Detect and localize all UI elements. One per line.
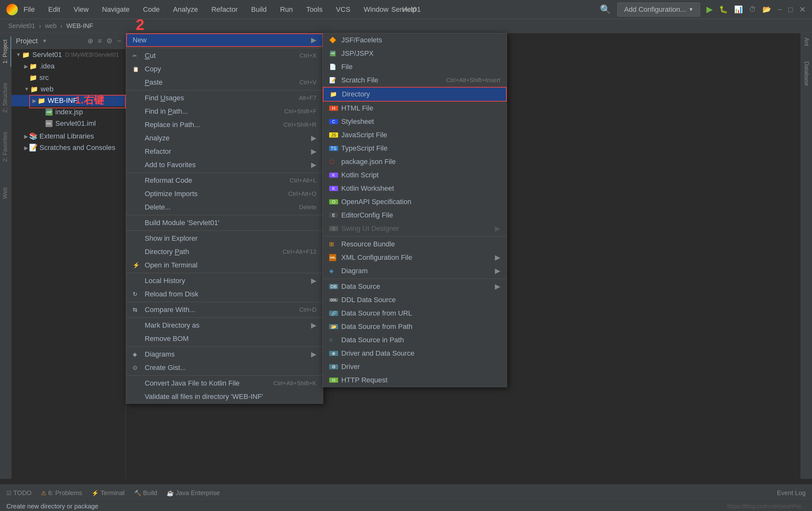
submenu-stylesheet[interactable]: C Stylesheet xyxy=(323,115,507,128)
menu-item-cut[interactable]: ✂ Cut Ctrl+X xyxy=(126,49,323,62)
breadcrumb-item-servlet01[interactable]: Servlet01 xyxy=(8,22,35,30)
submenu-kotlin-worksheet[interactable]: K Kotlin Worksheet xyxy=(323,182,507,195)
menu-item-find-usages[interactable]: Find Usages Alt+F7 xyxy=(126,91,323,105)
tree-root[interactable]: ▼ 📁 Servlet01 D:\MyWEB\Servlet01 xyxy=(11,49,126,60)
event-log-tab[interactable]: Event Log xyxy=(777,489,806,497)
tab-structure[interactable]: Z: Structure xyxy=(0,80,11,116)
tree-scratches[interactable]: ▶ 📝 Scratches and Consoles xyxy=(11,142,126,154)
menu-window[interactable]: Window xyxy=(361,4,390,15)
menu-item-add-favorites[interactable]: Add to Favorites ▶ xyxy=(126,158,323,171)
submenu-ds-in-path[interactable]: ≡ Data Source in Path xyxy=(323,333,507,347)
submenu-driver[interactable]: ⚙ Driver xyxy=(323,360,507,373)
submenu-xml-config[interactable]: XML XML Configuration File ▶ xyxy=(323,251,507,264)
run-button[interactable]: ▶ xyxy=(706,4,713,14)
menu-item-copy[interactable]: 📋 Copy xyxy=(126,62,323,76)
tab-favorites[interactable]: 2: Favorites xyxy=(0,129,11,165)
menu-item-diagrams[interactable]: ◈ Diagrams ▶ xyxy=(126,348,323,361)
tree-external-libs[interactable]: ▶ 📚 External Libraries xyxy=(11,131,126,142)
menu-analyze[interactable]: Analyze xyxy=(171,4,200,15)
menu-item-reload[interactable]: ↻ Reload from Disk xyxy=(126,288,323,301)
tree-src[interactable]: 📁 src xyxy=(11,72,126,83)
minimize-button[interactable]: − xyxy=(777,5,782,14)
build-tab[interactable]: 🔨 Build xyxy=(134,489,157,497)
submenu-ds-from-url[interactable]: 🔗 Data Source from URL xyxy=(323,306,507,320)
submenu-ds-from-path[interactable]: 📂 Data Source from Path xyxy=(323,320,507,333)
add-configuration-button[interactable]: Add Configuration... ▼ xyxy=(617,3,700,17)
menu-item-refactor[interactable]: Refactor ▶ xyxy=(126,145,323,158)
menu-tools[interactable]: Tools xyxy=(304,4,324,15)
menu-build[interactable]: Build xyxy=(249,4,269,15)
submenu-scratch-file[interactable]: 📝 Scratch File Ctrl+Alt+Shift+Insert xyxy=(323,74,507,87)
submenu-html[interactable]: H HTML File xyxy=(323,102,507,115)
tree-indexjsp[interactable]: JSP index.jsp xyxy=(11,106,126,118)
menu-item-find-in-path[interactable]: Find in Path... Ctrl+Shift+F xyxy=(126,105,323,118)
menu-item-build-module[interactable]: Build Module 'Servlet01' xyxy=(126,216,323,230)
menu-item-delete[interactable]: Delete... Delete xyxy=(126,200,323,214)
menu-item-reformat[interactable]: Reformat Code Ctrl+Alt+L xyxy=(126,174,323,187)
breadcrumb-item-web[interactable]: web xyxy=(45,22,57,30)
debug-icon[interactable]: 🐛 xyxy=(719,5,728,14)
menu-item-new[interactable]: New ▶ xyxy=(126,33,323,47)
tab-database[interactable]: Database xyxy=(801,57,812,90)
menu-item-directory-path[interactable]: Directory Path Ctrl+Alt+F12 xyxy=(126,245,323,259)
submenu-http-request[interactable]: H HTTP Request xyxy=(323,373,507,387)
menu-vcs[interactable]: VCS xyxy=(334,4,352,15)
submenu-driver-and-ds[interactable]: ⊕ Driver and Data Source xyxy=(323,347,507,360)
sync-icon[interactable]: ⊕ xyxy=(87,37,93,45)
tree-servlet01iml[interactable]: IML Servlet01.iml xyxy=(11,118,126,129)
menu-item-compare[interactable]: ⇆ Compare With... Ctrl+D xyxy=(126,303,323,317)
terminal-tab[interactable]: ⚡ Terminal xyxy=(92,489,125,497)
submenu-jspjspx[interactable]: JSP JSP/JSPX xyxy=(323,47,507,60)
menu-refactor[interactable]: Refactor xyxy=(209,4,239,15)
menu-item-create-gist[interactable]: ⊙ Create Gist... xyxy=(126,361,323,374)
tab-ant[interactable]: Ant xyxy=(801,33,812,51)
window-controls[interactable]: − □ ✕ xyxy=(777,5,806,14)
submenu-data-source[interactable]: DB Data Source ▶ xyxy=(323,280,507,293)
submenu-ddl-data-source[interactable]: DDL DDL Data Source xyxy=(323,293,507,306)
submenu-directory[interactable]: 📁 Directory xyxy=(323,87,507,102)
settings-icon[interactable]: ⚙ xyxy=(106,37,113,45)
submenu-typescript[interactable]: TS TypeScript File xyxy=(323,142,507,155)
minimize-panel-icon[interactable]: − xyxy=(117,37,121,45)
profile-icon[interactable]: ⏱ xyxy=(749,5,756,14)
menu-bar[interactable]: File Edit View Navigate Code Analyze Ref… xyxy=(22,4,418,15)
submenu-kotlin-script[interactable]: K Kotlin Script xyxy=(323,168,507,182)
menu-code[interactable]: Code xyxy=(141,4,162,15)
submenu-openapi[interactable]: O OpenAPI Specification xyxy=(323,195,507,209)
submenu-package-json[interactable]: ⬡ package.json File xyxy=(323,155,507,168)
menu-item-show-explorer[interactable]: Show in Explorer xyxy=(126,232,323,245)
close-button[interactable]: ✕ xyxy=(799,5,806,14)
submenu-jsf[interactable]: 🔶 JSF/Facelets xyxy=(323,33,507,47)
menu-run[interactable]: Run xyxy=(278,4,294,15)
menu-item-paste[interactable]: Paste Ctrl+V xyxy=(126,76,323,89)
todo-tab[interactable]: ☑ TODO xyxy=(6,489,31,497)
menu-item-convert-java[interactable]: Convert Java File to Kotlin File Ctrl+Al… xyxy=(126,377,323,390)
tree-web[interactable]: ▼ 📁 web xyxy=(11,83,126,95)
menu-item-local-history[interactable]: Local History ▶ xyxy=(126,274,323,288)
recent-files-icon[interactable]: 📂 xyxy=(762,5,771,14)
submenu-javascript[interactable]: JS JavaScript File xyxy=(323,128,507,142)
menu-navigate[interactable]: Navigate xyxy=(100,4,132,15)
breadcrumb-item-webinf[interactable]: WEB-INF xyxy=(66,22,93,30)
submenu-editorconfig[interactable]: E EditorConfig File xyxy=(323,209,507,222)
search-icon[interactable]: 🔍 xyxy=(600,4,611,15)
menu-item-analyze[interactable]: Analyze ▶ xyxy=(126,132,323,145)
submenu-file[interactable]: 📄 File xyxy=(323,60,507,74)
menu-item-open-terminal[interactable]: ⚡ Open in Terminal xyxy=(126,259,323,272)
tab-web[interactable]: Web xyxy=(0,184,11,202)
menu-item-remove-bom[interactable]: Remove BOM xyxy=(126,332,323,345)
menu-item-mark-dir[interactable]: Mark Directory as ▶ xyxy=(126,319,323,332)
panel-header-icons[interactable]: ⊕ ≡ ⚙ − xyxy=(87,37,121,45)
menu-file[interactable]: File xyxy=(22,4,36,15)
submenu-diagram[interactable]: ◈ Diagram ▶ xyxy=(323,264,507,278)
collapse-icon[interactable]: ≡ xyxy=(98,37,102,45)
menu-item-replace-in-path[interactable]: Replace in Path... Ctrl+Shift+R xyxy=(126,118,323,132)
submenu-resource-bundle[interactable]: ⊞ Resource Bundle xyxy=(323,238,507,251)
menu-item-validate[interactable]: Validate all files in directory 'WEB-INF… xyxy=(126,390,323,403)
tab-project[interactable]: 1: Project xyxy=(0,36,11,67)
maximize-button[interactable]: □ xyxy=(788,5,793,14)
menu-item-optimize[interactable]: Optimize Imports Ctrl+Alt+O xyxy=(126,187,323,200)
java-enterprise-tab[interactable]: ☕ Java Enterprise xyxy=(167,489,220,497)
menu-view[interactable]: View xyxy=(71,4,90,15)
tree-webinf[interactable]: ▶ 📁 WEB-INF xyxy=(11,95,126,106)
